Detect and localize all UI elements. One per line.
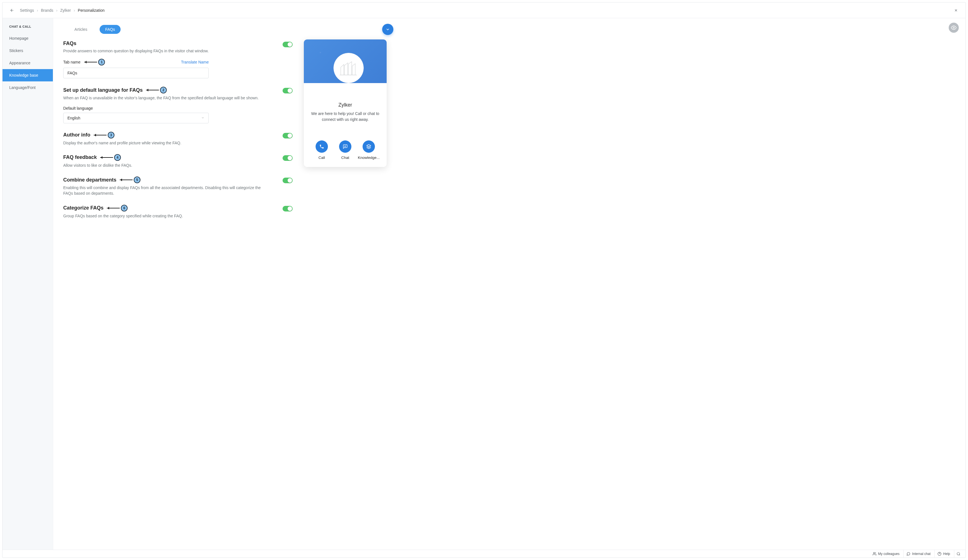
- default-language-desc: When an FAQ is unavailable in the visito…: [63, 95, 265, 101]
- tab-articles[interactable]: Articles: [69, 25, 93, 34]
- default-language-value: English: [68, 116, 80, 120]
- default-language-field-label: Default language: [63, 106, 93, 111]
- toggle-default-language[interactable]: [283, 88, 293, 93]
- search-icon: [956, 552, 960, 556]
- footer-bar: My colleagues Internal chat Help: [3, 550, 965, 557]
- svg-line-12: [959, 554, 960, 555]
- preview-tagline: We are here to help you! Call or chat to…: [310, 111, 381, 123]
- tab-name-value: FAQs: [68, 71, 77, 75]
- footer-my-colleagues[interactable]: My colleagues: [870, 550, 903, 557]
- preview-brand-name: Zylker: [310, 102, 381, 108]
- settings-column: Articles FAQs FAQs Provide answers to co…: [63, 24, 293, 227]
- breadcrumb: Settings › Brands › Zylker › Personaliza…: [20, 8, 104, 13]
- chevron-right-icon: ›: [56, 8, 58, 13]
- help-icon: [938, 552, 941, 556]
- preview-card: Zylker We are here to help you! Call or …: [304, 40, 387, 167]
- section-author-info: Author info 3 Display the author's name …: [63, 132, 293, 146]
- preview-action-call[interactable]: Call: [310, 141, 333, 160]
- sidebar: CHAT & CALL Homepage Stickers Appearance…: [3, 18, 53, 550]
- author-info-title: Author info: [63, 132, 90, 138]
- annotation-1: 1: [84, 59, 105, 65]
- annotation-4: 4: [100, 154, 121, 161]
- svg-point-8: [873, 552, 875, 553]
- main-area: Articles FAQs FAQs Provide answers to co…: [53, 18, 965, 550]
- preview-column: Zylker We are here to help you! Call or …: [304, 24, 393, 167]
- preview-action-chat-label: Chat: [341, 156, 350, 160]
- toggle-faqs[interactable]: [283, 42, 293, 47]
- close-icon: [954, 8, 958, 12]
- faq-feedback-title: FAQ feedback: [63, 154, 97, 160]
- section-faqs-title: FAQs: [63, 41, 276, 46]
- section-combine-departments: Combine departments 5 Enabling this will…: [63, 177, 293, 196]
- topbar: Settings › Brands › Zylker › Personaliza…: [3, 3, 965, 18]
- layers-icon: [363, 141, 375, 153]
- footer-internal-chat-label: Internal chat: [912, 552, 930, 556]
- message-icon: [907, 552, 910, 556]
- faq-feedback-desc: Allow visitors to like or dislike the FA…: [63, 162, 265, 168]
- building-icon: [339, 60, 358, 76]
- crumb-brand-name[interactable]: Zylker: [60, 8, 71, 13]
- footer-internal-chat[interactable]: Internal chat: [903, 550, 933, 557]
- chevron-down-icon: [201, 116, 204, 120]
- collapse-preview-button[interactable]: [382, 24, 393, 35]
- footer-search[interactable]: [954, 550, 963, 557]
- chat-icon: [339, 141, 351, 153]
- crumb-current: Personalization: [78, 8, 104, 13]
- chevron-right-icon: ›: [74, 8, 75, 13]
- footer-help[interactable]: Help: [935, 550, 953, 557]
- eye-icon: [951, 25, 956, 30]
- tab-name-input[interactable]: FAQs: [63, 68, 209, 78]
- sidebar-item-appearance[interactable]: Appearance: [3, 57, 53, 69]
- annotation-2: 2: [146, 87, 167, 93]
- arrow-left-icon: [10, 8, 14, 13]
- preview-action-knowledge-label: Knowledge...: [358, 156, 380, 160]
- close-button[interactable]: [953, 8, 959, 13]
- sidebar-title: CHAT & CALL: [3, 25, 53, 32]
- toggle-author-info[interactable]: [283, 133, 293, 138]
- default-language-select[interactable]: English: [63, 113, 209, 123]
- section-faqs-desc: Provide answers to common question by di…: [63, 48, 265, 54]
- annotation-6: 6: [107, 205, 128, 212]
- preview-toggle-button[interactable]: [949, 23, 959, 33]
- preview-action-call-label: Call: [318, 156, 325, 160]
- tab-name-label: Tab name: [63, 60, 80, 65]
- tab-faqs[interactable]: FAQs: [99, 25, 121, 34]
- section-categorize-faqs: Categorize FAQs 6 Group FAQs based on th…: [63, 205, 293, 219]
- users-icon: [873, 552, 877, 556]
- sidebar-item-knowledge-base[interactable]: Knowledge base: [3, 69, 53, 81]
- sidebar-item-homepage[interactable]: Homepage: [3, 32, 53, 45]
- preview-avatar: [333, 53, 364, 83]
- svg-point-3: [953, 27, 955, 28]
- chevron-right-icon: ›: [37, 8, 38, 13]
- translate-name-link[interactable]: Translate Name: [181, 60, 209, 65]
- default-language-title: Set up default language for FAQs: [63, 87, 143, 93]
- section-faq-feedback: FAQ feedback 4 Allow visitors to like or…: [63, 154, 293, 168]
- author-info-desc: Display the author's name and profile pi…: [63, 140, 265, 146]
- svg-point-11: [957, 552, 960, 555]
- footer-my-colleagues-label: My colleagues: [878, 552, 900, 556]
- sidebar-item-stickers[interactable]: Stickers: [3, 45, 53, 57]
- svg-marker-7: [367, 145, 371, 147]
- annotation-5: 5: [120, 177, 141, 183]
- preview-action-chat[interactable]: Chat: [333, 141, 357, 160]
- phone-icon: [316, 141, 328, 153]
- toggle-faq-feedback[interactable]: [283, 155, 293, 161]
- sidebar-item-language-font[interactable]: Language/Font: [3, 81, 53, 94]
- kb-tabs: Articles FAQs: [69, 25, 293, 34]
- combine-departments-desc: Enabling this will combine and display F…: [63, 185, 265, 196]
- crumb-settings[interactable]: Settings: [20, 8, 34, 13]
- categorize-faqs-desc: Group FAQs based on the category specifi…: [63, 213, 265, 219]
- categorize-faqs-title: Categorize FAQs: [63, 205, 103, 211]
- annotation-3: 3: [94, 132, 114, 138]
- combine-departments-title: Combine departments: [63, 177, 116, 183]
- back-button[interactable]: [9, 8, 15, 13]
- section-default-language: Set up default language for FAQs 2 When …: [63, 87, 293, 123]
- toggle-categorize-faqs[interactable]: [283, 206, 293, 212]
- footer-help-label: Help: [943, 552, 950, 556]
- toggle-combine-departments[interactable]: [283, 177, 293, 183]
- preview-action-knowledge[interactable]: Knowledge...: [357, 141, 381, 160]
- crumb-brands[interactable]: Brands: [41, 8, 53, 13]
- section-faqs: FAQs Provide answers to common question …: [63, 41, 293, 78]
- chevron-down-icon: [386, 27, 390, 31]
